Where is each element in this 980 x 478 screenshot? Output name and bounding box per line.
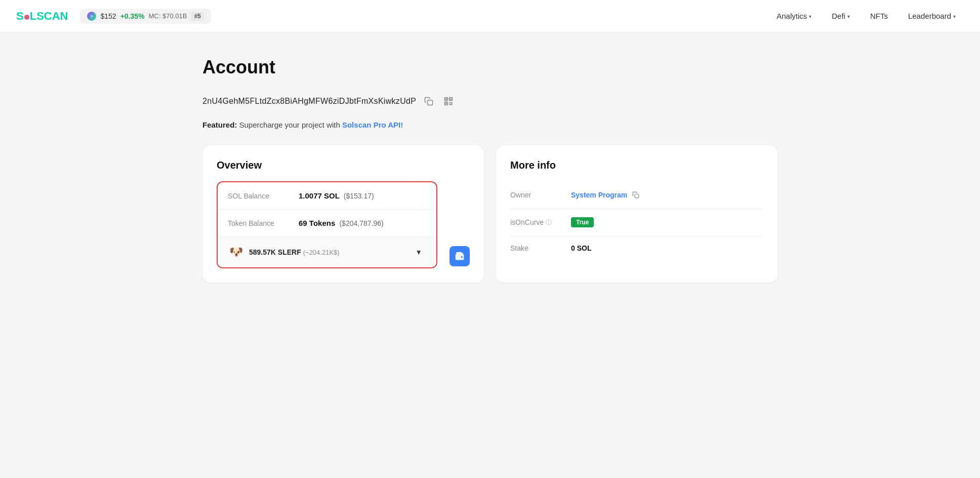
sol-price-chip: ≡ $152 +0.35% MC: $70.01B #5 bbox=[80, 9, 211, 24]
info-icon: ⓘ bbox=[546, 218, 552, 227]
svg-rect-4 bbox=[445, 98, 447, 100]
token-dropdown-button[interactable]: ▼ bbox=[411, 246, 426, 258]
page-title: Account bbox=[202, 57, 778, 78]
wallet-icon bbox=[455, 251, 465, 261]
nav-nfts-label: NFTs bbox=[870, 12, 888, 20]
true-badge: True bbox=[571, 217, 594, 227]
more-info-card: More info Owner System Program bbox=[496, 145, 778, 283]
nav-item-analytics[interactable]: Analytics ▾ bbox=[768, 8, 820, 24]
copy-icon bbox=[632, 191, 639, 198]
overview-card-title: Overview bbox=[217, 160, 470, 171]
token-balance-row: Token Balance 69 Tokens ($204,787.96) bbox=[218, 210, 436, 237]
wallet-address: 2nU4GehM5FLtdZcx8BiAHgMFW6ziDJbtFmXsKiwk… bbox=[202, 97, 416, 106]
isoncurve-label: isOnCurve ⓘ bbox=[510, 218, 571, 227]
isoncurve-row: isOnCurve ⓘ True bbox=[510, 209, 763, 236]
header: SLSCAN ≡ $152 +0.35% MC: $70.01B #5 Anal… bbox=[0, 0, 980, 32]
owner-label: Owner bbox=[510, 191, 571, 199]
chevron-down-icon: ▾ bbox=[953, 14, 956, 19]
svg-rect-14 bbox=[635, 194, 639, 198]
owner-row: Owner System Program bbox=[510, 181, 763, 209]
stake-row: Stake 0 SOL bbox=[510, 236, 763, 260]
sol-balance-usd: ($153.17) bbox=[344, 192, 374, 200]
header-nav: Analytics ▾ Defi ▾ NFTs Leaderboard ▾ bbox=[768, 8, 964, 24]
svg-rect-8 bbox=[450, 102, 451, 104]
logo-lscan-text: LSCAN bbox=[30, 10, 68, 22]
cards-row: Overview SOL Balance 1.0077 SOL ($153.17… bbox=[202, 145, 778, 283]
more-info-card-title: More info bbox=[510, 160, 763, 171]
sol-balance-row: SOL Balance 1.0077 SOL ($153.17) bbox=[218, 182, 436, 210]
token-action-button[interactable] bbox=[450, 246, 470, 266]
more-info-rows: Owner System Program isOn bbox=[510, 181, 763, 260]
isoncurve-value: True bbox=[571, 217, 594, 227]
sol-balance-label: SOL Balance bbox=[228, 192, 299, 200]
overview-inner-box: SOL Balance 1.0077 SOL ($153.17) Token B… bbox=[217, 181, 437, 268]
rank-badge: #5 bbox=[191, 12, 203, 21]
token-emoji: 🐶 bbox=[228, 244, 244, 260]
svg-rect-6 bbox=[445, 103, 447, 104]
mc-info: MC: $70.01B bbox=[149, 12, 187, 20]
copy-icon bbox=[424, 97, 433, 106]
token-balance-label: Token Balance bbox=[228, 219, 299, 227]
main-content: Account 2nU4GehM5FLtdZcx8BiAHgMFW6ziDJbt… bbox=[186, 32, 794, 307]
copy-owner-button[interactable] bbox=[630, 189, 641, 201]
featured-text: Supercharge your project with bbox=[239, 121, 342, 129]
token-name: 589.57K SLERF bbox=[249, 248, 301, 256]
owner-value: System Program bbox=[571, 189, 641, 201]
featured-banner: Featured: Supercharge your project with … bbox=[202, 121, 778, 129]
sol-price-change: +0.35% bbox=[120, 12, 145, 20]
svg-rect-0 bbox=[428, 100, 433, 105]
address-row: 2nU4GehM5FLtdZcx8BiAHgMFW6ziDJbtFmXsKiwk… bbox=[202, 94, 778, 108]
token-usd-value: (~204.21K$) bbox=[303, 249, 340, 256]
token-balance-usd: ($204,787.96) bbox=[339, 219, 383, 227]
qr-icon bbox=[443, 96, 454, 106]
svg-rect-11 bbox=[451, 102, 453, 104]
logo[interactable]: SLSCAN bbox=[16, 10, 68, 23]
token-detail-row: 🐶 589.57K SLERF (~204.21K$) ▼ bbox=[218, 237, 436, 267]
overview-card: Overview SOL Balance 1.0077 SOL ($153.17… bbox=[202, 145, 484, 283]
chevron-down-icon: ▾ bbox=[847, 14, 850, 19]
copy-address-button[interactable] bbox=[422, 95, 435, 108]
logo-sol-text: S bbox=[16, 10, 24, 22]
logo-dot bbox=[24, 15, 29, 20]
nav-leaderboard-label: Leaderboard bbox=[908, 12, 951, 20]
svg-rect-10 bbox=[450, 104, 451, 105]
svg-rect-9 bbox=[451, 104, 453, 105]
svg-point-13 bbox=[461, 256, 463, 258]
nav-analytics-label: Analytics bbox=[777, 12, 807, 20]
featured-link[interactable]: Solscan Pro API! bbox=[342, 121, 403, 129]
stake-value: 0 SOL bbox=[571, 244, 591, 252]
nav-defi-label: Defi bbox=[832, 12, 845, 20]
featured-label: Featured: bbox=[202, 121, 237, 129]
nav-item-nfts[interactable]: NFTs bbox=[862, 8, 896, 24]
chevron-down-icon: ▾ bbox=[809, 14, 811, 19]
nav-item-leaderboard[interactable]: Leaderboard ▾ bbox=[900, 8, 964, 24]
token-balance-value: 69 Tokens ($204,787.96) bbox=[299, 219, 384, 227]
sol-icon: ≡ bbox=[87, 12, 96, 21]
nav-item-defi[interactable]: Defi ▾ bbox=[824, 8, 858, 24]
system-program-link[interactable]: System Program bbox=[571, 191, 627, 199]
qr-code-button[interactable] bbox=[441, 94, 456, 108]
stake-label: Stake bbox=[510, 244, 571, 252]
svg-rect-5 bbox=[451, 98, 452, 100]
sol-balance-value: 1.0077 SOL ($153.17) bbox=[299, 191, 374, 200]
sol-price: $152 bbox=[100, 12, 116, 20]
